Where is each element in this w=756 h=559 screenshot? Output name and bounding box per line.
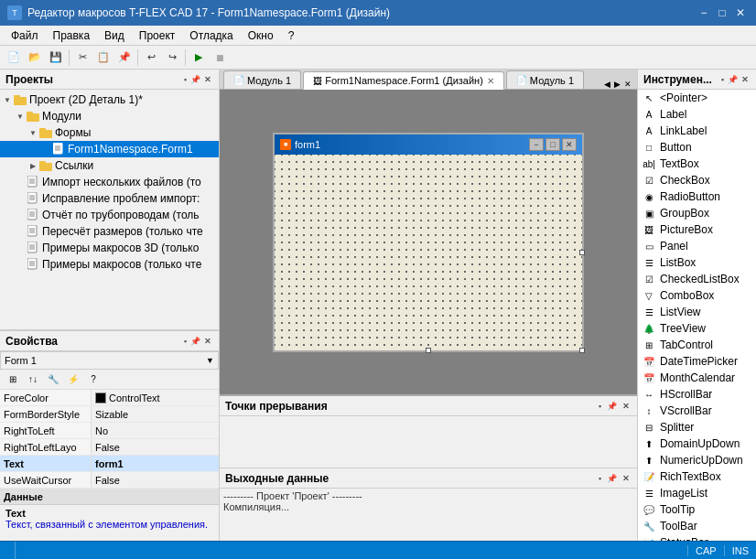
tree-toggle-icon[interactable]: ▼ — [15, 113, 26, 121]
toolbox-pin[interactable]: 📌 — [726, 75, 740, 84]
close-button[interactable]: ✕ — [732, 5, 749, 21]
toolbox-item[interactable]: ☰ImageList — [638, 485, 756, 501]
tree-item[interactable]: Отчёт по трубопроводам (толь — [0, 207, 219, 223]
menu-item-вид[interactable]: Вид — [97, 27, 132, 44]
prop-value[interactable]: ControlText — [92, 390, 219, 405]
breakpoints-dock[interactable]: ▪ — [597, 402, 603, 411]
menu-item-проект[interactable]: Проект — [132, 27, 183, 44]
properties-pin[interactable]: 📌 — [189, 337, 202, 346]
tab-scroll-right[interactable]: ▶ — [612, 80, 622, 89]
toolbox-item[interactable]: ALabel — [638, 106, 756, 123]
output-close[interactable]: ✕ — [621, 474, 632, 483]
tab-close-all[interactable]: ✕ — [622, 80, 633, 89]
toolbox-item[interactable]: □Button — [638, 139, 756, 156]
toolbar-stop[interactable]: ⏹ — [210, 48, 230, 68]
tree-item[interactable]: Form1Namespace.Form1 — [0, 141, 219, 157]
prop-value[interactable]: No — [92, 423, 219, 438]
prop-value[interactable]: False — [92, 439, 219, 455]
projects-pin[interactable]: 📌 — [189, 75, 202, 84]
form-maximize[interactable]: □ — [545, 138, 560, 151]
props-sort-cat[interactable]: ⊞ — [4, 371, 22, 388]
prop-value[interactable]: False — [92, 472, 219, 488]
props-help[interactable]: ? — [84, 371, 103, 388]
toolbox-item[interactable]: ☑CheckBox — [638, 172, 756, 188]
toolbox-item[interactable]: ↕VScrollBar — [638, 403, 756, 419]
tree-item[interactable]: Исправление проблем импорт: — [0, 190, 219, 207]
menu-item-отладка[interactable]: Отладка — [182, 27, 240, 44]
properties-close-btn[interactable]: ✕ — [202, 337, 213, 346]
toolbox-item[interactable]: 📅MonthCalendar — [638, 370, 756, 386]
projects-dock[interactable]: ▪ — [182, 75, 189, 84]
menu-item-файл[interactable]: Файл — [4, 27, 46, 44]
toolbox-item[interactable]: ↔HScrollBar — [638, 386, 756, 403]
resize-handle-mr[interactable] — [579, 250, 585, 255]
toolbox-close[interactable]: ✕ — [740, 75, 751, 84]
toolbox-item[interactable]: ab|TextBox — [638, 156, 756, 172]
tab-form1-design[interactable]: 🖼 Form1Namespace.Form1 (Дизайн) ✕ — [303, 71, 504, 90]
tree-toggle-icon[interactable]: ▶ — [27, 162, 38, 170]
properties-dock[interactable]: ▪ — [182, 337, 189, 346]
breakpoints-pin[interactable]: 📌 — [605, 402, 619, 411]
form-canvas[interactable]: ■ form1 − □ ✕ — [273, 133, 584, 352]
prop-value[interactable]: Sizable — [92, 406, 219, 422]
toolbox-item[interactable]: 🖼PictureBox — [638, 221, 756, 238]
tree-item[interactable]: Примеры макросов (только чте — [0, 256, 219, 273]
projects-close[interactable]: ✕ — [202, 75, 213, 84]
form-close[interactable]: ✕ — [562, 138, 577, 151]
toolbox-item[interactable]: 🔧ToolBar — [638, 518, 756, 534]
tab-close-icon[interactable]: ✕ — [487, 76, 494, 86]
toolbox-item[interactable]: ☰ListBox — [638, 254, 756, 271]
menu-item-?[interactable]: ? — [281, 27, 302, 44]
toolbar-undo[interactable]: ↩ — [141, 48, 161, 68]
toolbox-item[interactable]: ⊟Splitter — [638, 419, 756, 435]
props-event[interactable]: ⚡ — [64, 371, 82, 388]
toolbox-item[interactable]: ⊞TabControl — [638, 337, 756, 353]
menu-item-окно[interactable]: Окно — [241, 27, 281, 44]
toolbar-paste[interactable]: 📌 — [114, 48, 135, 68]
form-body[interactable] — [275, 155, 582, 350]
tree-item[interactable]: ▼Проект (2D Деталь 1)* — [0, 91, 219, 108]
toolbar-run[interactable]: ▶ — [189, 48, 209, 68]
tree-item[interactable]: ▶Ссылки — [0, 157, 219, 174]
toolbar-open[interactable]: 📂 — [25, 48, 45, 68]
toolbox-item[interactable]: ☰ListView — [638, 304, 756, 320]
toolbox-item[interactable]: ▭Panel — [638, 238, 756, 254]
toolbox-item[interactable]: ⬆DomainUpDown — [638, 435, 756, 452]
toolbox-item[interactable]: 💬ToolTip — [638, 501, 756, 518]
toolbox-item[interactable]: ↖<Pointer> — [638, 90, 756, 106]
props-sort-az[interactable]: ↑↓ — [24, 371, 42, 388]
resize-handle-br[interactable] — [579, 348, 585, 353]
toolbox-dock[interactable]: ▪ — [719, 75, 726, 84]
toolbar-copy[interactable]: 📋 — [93, 48, 113, 68]
toolbox-item[interactable]: 🌲TreeView — [638, 320, 756, 337]
toolbar-save[interactable]: 💾 — [46, 48, 66, 68]
maximize-button[interactable]: □ — [714, 5, 730, 21]
tree-item[interactable]: Импорт нескольких файлов (то — [0, 174, 219, 190]
toolbar-cut[interactable]: ✂ — [72, 48, 92, 68]
toolbox-item[interactable]: ◉RadioButton — [638, 188, 756, 205]
toolbox-item[interactable]: ☑CheckedListBox — [638, 271, 756, 287]
tree-item[interactable]: ▼Формы — [0, 124, 219, 141]
toolbox-item[interactable]: 📝RichTextBox — [638, 468, 756, 485]
prop-value[interactable]: form1 — [92, 456, 219, 471]
tree-item[interactable]: ▼Модули — [0, 108, 219, 124]
form-minimize[interactable]: − — [529, 138, 544, 151]
props-prop[interactable]: 🔧 — [44, 371, 62, 388]
tab-scroll-left[interactable]: ◀ — [602, 80, 612, 89]
tree-toggle-icon[interactable]: ▼ — [2, 96, 13, 104]
menu-item-правка[interactable]: Правка — [46, 27, 98, 44]
toolbar-redo[interactable]: ↪ — [162, 48, 182, 68]
minimize-button[interactable]: − — [696, 5, 712, 21]
output-pin[interactable]: 📌 — [605, 474, 619, 483]
tab-module1-left[interactable]: 📄 Модуль 1 — [223, 70, 301, 89]
breakpoints-close[interactable]: ✕ — [621, 402, 632, 411]
resize-handle-bm[interactable] — [426, 348, 431, 353]
properties-combo[interactable]: Form 1 ▼ — [0, 351, 219, 370]
toolbox-item[interactable]: 📊StatusBar — [638, 534, 756, 541]
tree-toggle-icon[interactable]: ▼ — [27, 129, 38, 137]
toolbar-new[interactable]: 📄 — [4, 48, 24, 68]
output-dock[interactable]: ▪ — [597, 474, 603, 483]
tree-item[interactable]: Примеры макросов 3D (только — [0, 240, 219, 256]
toolbox-item[interactable]: ▽ComboBox — [638, 287, 756, 304]
toolbox-item[interactable]: ▣GroupBox — [638, 205, 756, 221]
